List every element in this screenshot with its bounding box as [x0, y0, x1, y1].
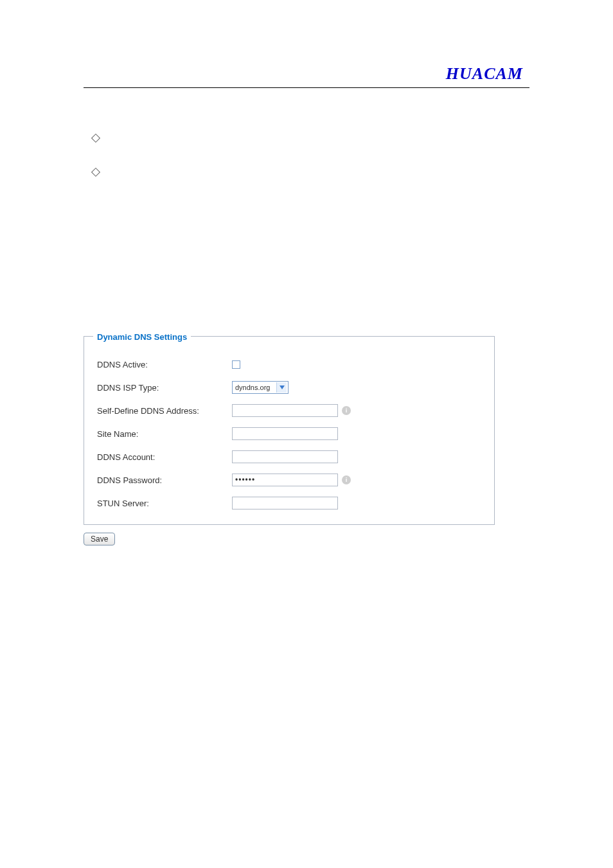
- self-define-input[interactable]: [232, 404, 338, 417]
- diamond-icon: [91, 134, 100, 143]
- chevron-down-icon: [276, 382, 287, 393]
- ddns-account-input[interactable]: [232, 450, 338, 463]
- ddns-active-checkbox[interactable]: [232, 360, 240, 369]
- ddns-active-label: DDNS Active:: [97, 360, 232, 369]
- info-icon[interactable]: i: [342, 406, 351, 415]
- brand-logo: HUACAM: [84, 64, 529, 84]
- header-divider: [84, 87, 529, 88]
- fieldset-legend: Dynamic DNS Settings: [93, 332, 191, 342]
- self-define-label: Self-Define DDNS Address:: [97, 406, 232, 416]
- ddns-password-input[interactable]: ••••••: [232, 474, 338, 486]
- site-name-input[interactable]: [232, 427, 338, 440]
- info-icon[interactable]: i: [342, 475, 351, 484]
- stun-server-input[interactable]: [232, 497, 338, 509]
- diamond-icon: [91, 168, 100, 177]
- stun-server-label: STUN Server:: [97, 499, 232, 508]
- save-button[interactable]: Save: [84, 533, 115, 545]
- ddns-isp-select[interactable]: dyndns.org: [232, 381, 289, 394]
- intro-bullets: [84, 133, 529, 175]
- ddns-isp-value: dyndns.org: [235, 384, 274, 391]
- site-name-label: Site Name:: [97, 429, 232, 439]
- ddns-fieldset: Dynamic DNS Settings DDNS Active: DDNS I…: [84, 336, 495, 525]
- ddns-isp-label: DDNS ISP Type:: [97, 383, 232, 393]
- ddns-account-label: DDNS Account:: [97, 452, 232, 462]
- ddns-password-label: DDNS Password:: [97, 475, 232, 485]
